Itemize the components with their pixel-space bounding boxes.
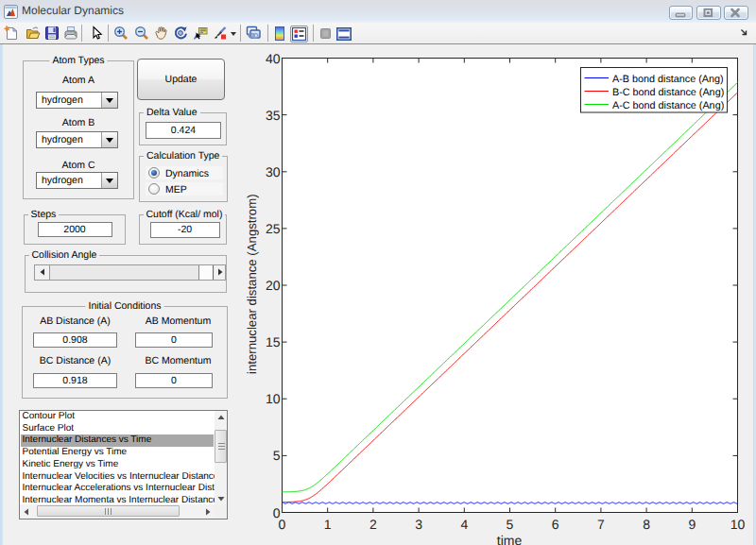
svg-text:A-B bond distance (Ang): A-B bond distance (Ang) xyxy=(612,74,724,85)
svg-text:25: 25 xyxy=(266,221,281,236)
svg-text:4: 4 xyxy=(460,517,468,532)
svg-text:6: 6 xyxy=(552,517,559,532)
svg-text:7: 7 xyxy=(597,517,605,532)
svg-text:3: 3 xyxy=(415,517,422,532)
svg-text:20: 20 xyxy=(266,278,281,293)
svg-text:30: 30 xyxy=(266,164,281,179)
svg-text:A-C bond distance (Ang): A-C bond distance (Ang) xyxy=(612,100,724,111)
svg-text:internuclear distance (Angstro: internuclear distance (Angstrom) xyxy=(245,194,259,374)
svg-text:5: 5 xyxy=(273,448,281,463)
svg-text:40: 40 xyxy=(266,51,281,66)
svg-text:35: 35 xyxy=(266,108,281,123)
svg-text:9: 9 xyxy=(688,517,696,532)
svg-text:10: 10 xyxy=(730,517,746,532)
svg-text:B-C bond distance (Ang): B-C bond distance (Ang) xyxy=(612,87,724,98)
svg-text:15: 15 xyxy=(266,334,281,349)
svg-text:5: 5 xyxy=(507,517,514,532)
svg-text:1: 1 xyxy=(324,517,332,532)
svg-text:10: 10 xyxy=(266,391,281,406)
svg-text:0: 0 xyxy=(273,505,281,520)
svg-text:2: 2 xyxy=(369,517,377,532)
svg-text:time: time xyxy=(497,533,523,545)
svg-text:8: 8 xyxy=(643,517,650,532)
